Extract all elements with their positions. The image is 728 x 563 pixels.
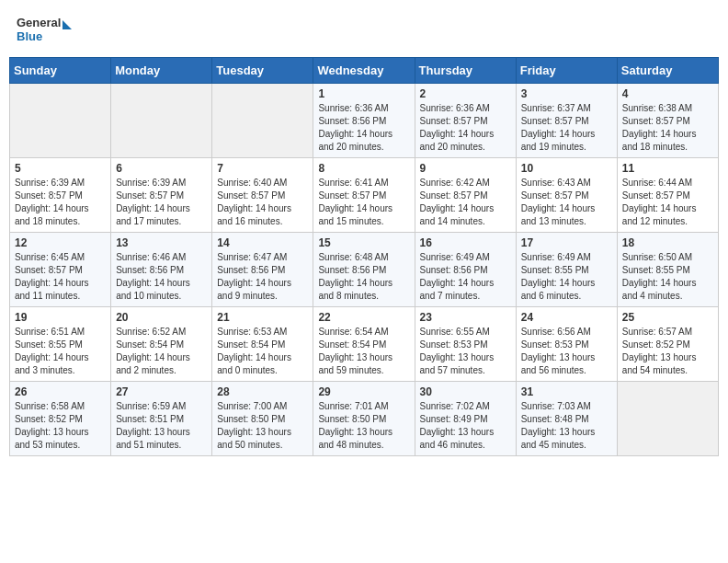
day-number: 29 (318, 385, 409, 398)
calendar-day-31: 31Sunrise: 7:03 AM Sunset: 8:48 PM Dayli… (516, 382, 617, 456)
day-number: 12 (15, 236, 106, 249)
calendar-day-24: 24Sunrise: 6:56 AM Sunset: 8:53 PM Dayli… (516, 307, 617, 382)
day-number: 21 (217, 311, 308, 324)
day-number: 24 (521, 311, 612, 324)
day-info: Sunrise: 6:40 AM Sunset: 8:57 PM Dayligh… (217, 177, 308, 228)
day-number: 22 (318, 311, 409, 324)
svg-text:Blue: Blue (17, 29, 42, 43)
day-info: Sunrise: 6:55 AM Sunset: 8:53 PM Dayligh… (420, 326, 511, 377)
svg-marker-2 (63, 20, 72, 29)
day-info: Sunrise: 6:44 AM Sunset: 8:57 PM Dayligh… (622, 177, 713, 228)
day-info: Sunrise: 6:46 AM Sunset: 8:56 PM Dayligh… (116, 251, 207, 303)
day-info: Sunrise: 6:48 AM Sunset: 8:56 PM Dayligh… (318, 251, 409, 303)
day-info: Sunrise: 6:39 AM Sunset: 8:57 PM Dayligh… (15, 177, 106, 228)
day-info: Sunrise: 7:00 AM Sunset: 8:50 PM Dayligh… (217, 400, 308, 452)
calendar-day-7: 7Sunrise: 6:40 AM Sunset: 8:57 PM Daylig… (212, 158, 313, 233)
calendar-day-9: 9Sunrise: 6:42 AM Sunset: 8:57 PM Daylig… (415, 158, 516, 233)
calendar-week-row: 26Sunrise: 6:58 AM Sunset: 8:52 PM Dayli… (10, 382, 719, 456)
day-number: 14 (217, 236, 308, 249)
calendar-day-11: 11Sunrise: 6:44 AM Sunset: 8:57 PM Dayli… (617, 158, 718, 233)
day-number: 19 (15, 311, 106, 324)
calendar-day-6: 6Sunrise: 6:39 AM Sunset: 8:57 PM Daylig… (111, 158, 212, 233)
day-info: Sunrise: 6:59 AM Sunset: 8:51 PM Dayligh… (116, 400, 207, 452)
day-number: 20 (116, 311, 207, 324)
day-info: Sunrise: 6:52 AM Sunset: 8:54 PM Dayligh… (116, 326, 207, 377)
calendar-day-20: 20Sunrise: 6:52 AM Sunset: 8:54 PM Dayli… (111, 307, 212, 382)
day-number: 13 (116, 236, 207, 249)
day-number: 8 (318, 162, 409, 175)
calendar-day-8: 8Sunrise: 6:41 AM Sunset: 8:57 PM Daylig… (313, 158, 415, 233)
calendar-day-10: 10Sunrise: 6:43 AM Sunset: 8:57 PM Dayli… (516, 158, 617, 233)
day-number: 2 (420, 87, 511, 100)
calendar-day-18: 18Sunrise: 6:50 AM Sunset: 8:55 PM Dayli… (617, 233, 718, 307)
day-info: Sunrise: 6:47 AM Sunset: 8:56 PM Dayligh… (217, 251, 308, 303)
calendar-day-15: 15Sunrise: 6:48 AM Sunset: 8:56 PM Dayli… (313, 233, 415, 307)
day-number: 4 (622, 87, 713, 100)
day-number: 16 (420, 236, 511, 249)
day-info: Sunrise: 6:43 AM Sunset: 8:57 PM Dayligh… (521, 177, 612, 228)
day-number: 23 (420, 311, 511, 324)
day-info: Sunrise: 6:49 AM Sunset: 8:55 PM Dayligh… (521, 251, 612, 303)
empty-day-cell (10, 84, 111, 158)
day-number: 10 (521, 162, 612, 175)
day-number: 17 (521, 236, 612, 249)
day-info: Sunrise: 6:41 AM Sunset: 8:57 PM Dayligh… (318, 177, 409, 228)
day-number: 5 (15, 162, 106, 175)
day-info: Sunrise: 7:03 AM Sunset: 8:48 PM Dayligh… (521, 400, 612, 452)
day-number: 25 (622, 311, 713, 324)
calendar-day-1: 1Sunrise: 6:36 AM Sunset: 8:56 PM Daylig… (313, 84, 415, 158)
weekday-header-thursday: Thursday (415, 58, 516, 84)
day-number: 26 (15, 385, 106, 398)
weekday-header-row: SundayMondayTuesdayWednesdayThursdayFrid… (10, 58, 719, 84)
calendar-day-23: 23Sunrise: 6:55 AM Sunset: 8:53 PM Dayli… (415, 307, 516, 382)
calendar-week-row: 1Sunrise: 6:36 AM Sunset: 8:56 PM Daylig… (10, 84, 719, 158)
weekday-header-tuesday: Tuesday (212, 58, 313, 84)
day-number: 28 (217, 385, 308, 398)
day-number: 6 (116, 162, 207, 175)
calendar-day-27: 27Sunrise: 6:59 AM Sunset: 8:51 PM Dayli… (111, 382, 212, 456)
day-info: Sunrise: 6:37 AM Sunset: 8:57 PM Dayligh… (521, 102, 612, 154)
empty-day-cell (212, 84, 313, 158)
calendar-day-25: 25Sunrise: 6:57 AM Sunset: 8:52 PM Dayli… (617, 307, 718, 382)
day-number: 7 (217, 162, 308, 175)
day-info: Sunrise: 6:57 AM Sunset: 8:52 PM Dayligh… (622, 326, 713, 377)
calendar-day-4: 4Sunrise: 6:38 AM Sunset: 8:57 PM Daylig… (617, 84, 718, 158)
day-info: Sunrise: 6:36 AM Sunset: 8:56 PM Dayligh… (318, 102, 409, 154)
calendar-day-29: 29Sunrise: 7:01 AM Sunset: 8:50 PM Dayli… (313, 382, 415, 456)
page-header: GeneralBlue (9, 9, 719, 50)
weekday-header-saturday: Saturday (617, 58, 718, 84)
day-number: 15 (318, 236, 409, 249)
svg-text:General: General (17, 16, 61, 29)
calendar-day-22: 22Sunrise: 6:54 AM Sunset: 8:54 PM Dayli… (313, 307, 415, 382)
day-info: Sunrise: 6:39 AM Sunset: 8:57 PM Dayligh… (116, 177, 207, 228)
weekday-header-friday: Friday (516, 58, 617, 84)
day-number: 3 (521, 87, 612, 100)
weekday-header-monday: Monday (111, 58, 212, 84)
calendar-day-19: 19Sunrise: 6:51 AM Sunset: 8:55 PM Dayli… (10, 307, 111, 382)
calendar-day-17: 17Sunrise: 6:49 AM Sunset: 8:55 PM Dayli… (516, 233, 617, 307)
calendar-day-3: 3Sunrise: 6:37 AM Sunset: 8:57 PM Daylig… (516, 84, 617, 158)
day-info: Sunrise: 6:50 AM Sunset: 8:55 PM Dayligh… (622, 251, 713, 303)
calendar-week-row: 5Sunrise: 6:39 AM Sunset: 8:57 PM Daylig… (10, 158, 719, 233)
day-number: 31 (521, 385, 612, 398)
day-info: Sunrise: 6:53 AM Sunset: 8:54 PM Dayligh… (217, 326, 308, 377)
calendar-day-26: 26Sunrise: 6:58 AM Sunset: 8:52 PM Dayli… (10, 382, 111, 456)
day-info: Sunrise: 6:54 AM Sunset: 8:54 PM Dayligh… (318, 326, 409, 377)
day-number: 30 (420, 385, 511, 398)
calendar-day-14: 14Sunrise: 6:47 AM Sunset: 8:56 PM Dayli… (212, 233, 313, 307)
day-info: Sunrise: 7:02 AM Sunset: 8:49 PM Dayligh… (420, 400, 511, 452)
calendar-day-12: 12Sunrise: 6:45 AM Sunset: 8:57 PM Dayli… (10, 233, 111, 307)
day-info: Sunrise: 7:01 AM Sunset: 8:50 PM Dayligh… (318, 400, 409, 452)
day-number: 27 (116, 385, 207, 398)
logo: GeneralBlue (17, 13, 72, 46)
calendar-day-21: 21Sunrise: 6:53 AM Sunset: 8:54 PM Dayli… (212, 307, 313, 382)
weekday-header-sunday: Sunday (10, 58, 111, 84)
calendar-day-5: 5Sunrise: 6:39 AM Sunset: 8:57 PM Daylig… (10, 158, 111, 233)
calendar-day-28: 28Sunrise: 7:00 AM Sunset: 8:50 PM Dayli… (212, 382, 313, 456)
calendar-table: SundayMondayTuesdayWednesdayThursdayFrid… (9, 57, 719, 456)
day-number: 1 (318, 87, 409, 100)
day-number: 18 (622, 236, 713, 249)
day-info: Sunrise: 6:38 AM Sunset: 8:57 PM Dayligh… (622, 102, 713, 154)
day-info: Sunrise: 6:36 AM Sunset: 8:57 PM Dayligh… (420, 102, 511, 154)
day-info: Sunrise: 6:49 AM Sunset: 8:56 PM Dayligh… (420, 251, 511, 303)
